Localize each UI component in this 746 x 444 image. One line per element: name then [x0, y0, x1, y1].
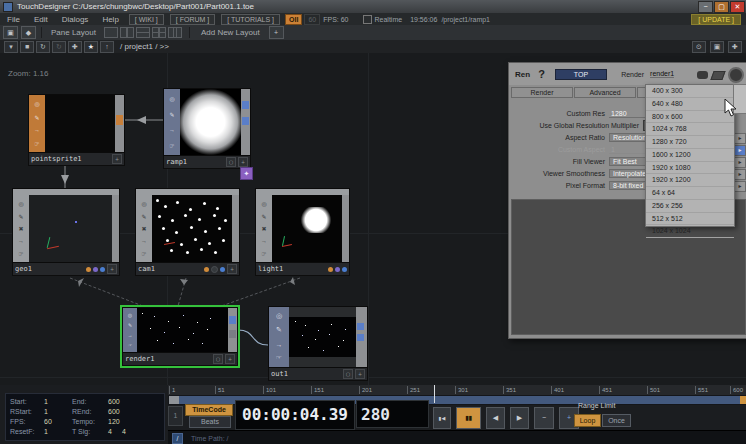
display-icon[interactable]: ◎: [276, 312, 282, 320]
info-value[interactable]: 4: [108, 428, 122, 435]
play-forward-button[interactable]: ▶: [510, 407, 529, 429]
help-icon[interactable]: ?: [538, 68, 545, 80]
expand-button[interactable]: +: [355, 369, 365, 379]
render-op-value[interactable]: render1: [650, 70, 674, 78]
menu-file[interactable]: File: [0, 15, 27, 24]
output-connector[interactable]: [229, 316, 236, 324]
forum-link[interactable]: [ FORUM ]: [170, 14, 215, 25]
back-icon[interactable]: ↻: [36, 41, 50, 53]
step-back-button[interactable]: −: [534, 407, 554, 429]
render-flag[interactable]: [328, 267, 333, 272]
info-value[interactable]: 1: [44, 428, 72, 435]
title-bar[interactable]: TouchDesigner C:/Users/chungbwc/Desktop/…: [0, 0, 746, 13]
range-end-handle[interactable]: [740, 396, 746, 404]
menu-edit[interactable]: Edit: [27, 15, 55, 24]
edit-icon[interactable]: ✎: [18, 213, 23, 220]
family-button[interactable]: TOP: [555, 69, 607, 80]
flag-button[interactable]: ▢: [343, 369, 353, 379]
info-value[interactable]: 600: [108, 398, 134, 405]
info-value[interactable]: 600: [108, 408, 134, 415]
param-menu-arrow[interactable]: ▸: [734, 157, 746, 168]
info-value[interactable]: 60: [44, 418, 72, 425]
display-flag[interactable]: [93, 267, 98, 272]
close-icon[interactable]: ✖: [18, 225, 23, 232]
dropdown-option[interactable]: 1024 x 1024: [646, 225, 734, 238]
layout-preset-5[interactable]: [168, 27, 182, 38]
flag-button[interactable]: ▢: [213, 354, 223, 364]
param-menu-arrow[interactable]: ▸: [734, 133, 746, 144]
hand-icon[interactable]: ☞: [128, 342, 132, 348]
node-out1[interactable]: ◎ ✎ → ☞ out1 ▢ +: [268, 306, 368, 381]
realtime-checkbox[interactable]: [363, 15, 372, 24]
dropdown-option[interactable]: 1920 x 1080: [646, 162, 734, 175]
display-flag[interactable]: [211, 266, 218, 273]
tab-render[interactable]: Render: [511, 87, 573, 98]
display-icon[interactable]: ◎: [169, 95, 174, 102]
expand-button[interactable]: +: [238, 157, 248, 167]
node-cam1[interactable]: ◎ ✎ ✖ → ☞ cam1 +: [135, 188, 240, 276]
display-flag[interactable]: [335, 267, 340, 272]
input-connector[interactable]: [357, 334, 364, 341]
loop-button[interactable]: Loop: [574, 414, 601, 427]
layout-preset-4[interactable]: [152, 27, 166, 38]
menu-help[interactable]: Help: [95, 15, 125, 24]
info-value[interactable]: 4: [122, 428, 136, 435]
update-button[interactable]: [ UPDATE ]: [691, 14, 741, 25]
viewer-flag[interactable]: [220, 267, 225, 272]
display-icon[interactable]: ◎: [261, 200, 266, 207]
beats-mode-button[interactable]: Beats: [189, 416, 231, 428]
dropdown-option[interactable]: 1600 x 1200: [646, 149, 734, 162]
slash-icon[interactable]: /: [172, 433, 183, 444]
layout-preset-3[interactable]: [136, 27, 150, 38]
viewer-flag[interactable]: [342, 267, 347, 272]
info-value[interactable]: 1: [44, 398, 72, 405]
arrow-icon[interactable]: →: [18, 238, 24, 244]
dropdown-option[interactable]: 1024 x 768: [646, 123, 734, 136]
dropdown-option[interactable]: 400 x 300: [646, 85, 734, 98]
playhead[interactable]: [434, 385, 435, 403]
once-button[interactable]: Once: [602, 414, 631, 427]
gear-icon[interactable]: [728, 67, 744, 83]
hand-icon[interactable]: ☞: [141, 250, 146, 257]
node-pointsprite1[interactable]: ◎ ✎ → ☞ pointsprite1 +: [28, 94, 125, 166]
hand-icon[interactable]: ☞: [18, 250, 23, 257]
hand-icon[interactable]: ☞: [261, 250, 266, 257]
pause-toggle[interactable]: OII: [285, 14, 302, 25]
pane-icon[interactable]: ▣: [3, 26, 18, 39]
ramp-flag-icon[interactable]: ✦: [240, 167, 253, 180]
info-value[interactable]: 120: [108, 418, 134, 425]
layout-preset-1[interactable]: [104, 27, 118, 38]
expand-button[interactable]: +: [227, 264, 237, 274]
chevron-down-icon[interactable]: ▾: [4, 41, 18, 53]
edit-icon[interactable]: ✎: [276, 326, 282, 334]
input-connector[interactable]: [357, 323, 364, 330]
close-icon[interactable]: ✖: [141, 225, 146, 232]
hand-icon[interactable]: ☞: [169, 142, 174, 149]
output-connector[interactable]: [242, 101, 249, 109]
hand-icon[interactable]: ☞: [276, 354, 282, 362]
edit-icon[interactable]: ✎: [261, 213, 266, 220]
node-render1-selected[interactable]: ◎ ✎ → ☞ render1 ▢ +: [122, 307, 238, 366]
comment-icon[interactable]: [697, 71, 708, 79]
wiki-link[interactable]: [ WIKI ]: [129, 14, 164, 25]
tab-advanced[interactable]: Advanced: [574, 87, 636, 98]
timeline-left-button[interactable]: 1: [168, 406, 183, 426]
close-icon[interactable]: ✖: [261, 225, 266, 232]
param-menu-arrow[interactable]: ▸: [734, 145, 746, 156]
display-icon[interactable]: ◎: [128, 312, 132, 318]
stop-icon[interactable]: ■: [20, 41, 34, 53]
arrow-icon[interactable]: →: [276, 341, 283, 348]
param-menu-arrow[interactable]: ▸: [734, 181, 746, 192]
node-geo1[interactable]: ◎ ✎ ✖ → ☞ geo1 +: [12, 188, 120, 276]
palette-icon[interactable]: ◆: [21, 26, 36, 39]
output-connector[interactable]: [116, 115, 123, 125]
edit-icon[interactable]: ✎: [128, 322, 132, 328]
dropdown-option[interactable]: 1280 x 720: [646, 136, 734, 149]
edit-icon[interactable]: ✎: [141, 213, 146, 220]
node-ramp1[interactable]: ◎ ✎ → ☞ ramp1 ▢ +: [163, 88, 251, 169]
info-value[interactable]: 1: [44, 408, 72, 415]
node-light1[interactable]: ◎ ✎ ✖ → ☞ light1: [255, 188, 350, 276]
display-icon[interactable]: ◎: [18, 200, 23, 207]
arrow-icon[interactable]: →: [261, 238, 267, 244]
breadcrumb[interactable]: / project1 / >>: [120, 42, 169, 51]
